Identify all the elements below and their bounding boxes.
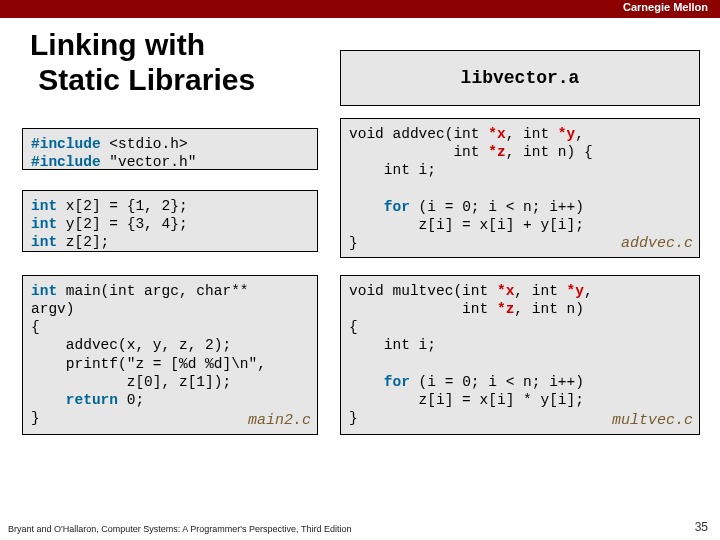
library-name: libvector.a xyxy=(461,68,580,88)
title-line2: Static Libraries xyxy=(38,63,255,96)
filename-addvec: addvec.c xyxy=(621,235,693,254)
code-decls: int x[2] = {1, 2}; int y[2] = {3, 4}; in… xyxy=(22,190,318,252)
code-addvec: void addvec(int *x, int *y, int *z, int … xyxy=(340,118,700,258)
header-bar: Carnegie Mellon xyxy=(0,0,720,18)
code-includes: #include <stdio.h> #include "vector.h" xyxy=(22,128,318,170)
page-number: 35 xyxy=(695,520,708,534)
filename-main: main2.c xyxy=(248,412,311,431)
footer-text: Bryant and O'Hallaron, Computer Systems:… xyxy=(8,524,351,534)
university-label: Carnegie Mellon xyxy=(623,1,708,13)
library-archive-box: libvector.a xyxy=(340,50,700,106)
slide-title: Linking with Static Libraries xyxy=(30,28,255,97)
filename-multvec: multvec.c xyxy=(612,412,693,431)
code-main: int main(int argc, char** argv) { addvec… xyxy=(22,275,318,435)
code-multvec: void multvec(int *x, int *y, int *z, int… xyxy=(340,275,700,435)
title-line1: Linking with xyxy=(30,28,205,61)
